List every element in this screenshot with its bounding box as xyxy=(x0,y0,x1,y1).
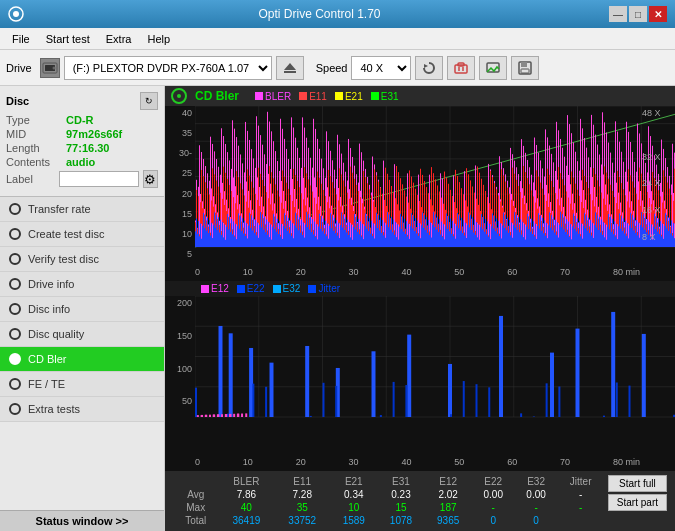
label-input[interactable] xyxy=(59,171,139,187)
chart1-header: CD Bler BLER E11 E21 E31 xyxy=(165,86,675,106)
legend-e31-dot xyxy=(371,92,379,100)
legend2-e32: E32 xyxy=(273,283,301,294)
drive-select[interactable]: (F:) PLEXTOR DVDR PX-760A 1.07 xyxy=(64,56,272,80)
svg-point-4 xyxy=(52,66,55,69)
nav-create-test-disc[interactable]: Create test disc xyxy=(0,222,164,247)
y2-50: 50 xyxy=(165,396,195,406)
nav-cd-bler-label: CD Bler xyxy=(28,353,67,365)
y1-35: 35 xyxy=(165,128,195,138)
y1r-32: 32 X xyxy=(640,152,675,162)
clear-button[interactable] xyxy=(447,56,475,80)
save-button[interactable] xyxy=(511,56,539,80)
avg-bler: 7.86 xyxy=(218,488,274,501)
legend-e21-label: E21 xyxy=(345,91,363,102)
menu-start-test[interactable]: Start test xyxy=(38,31,98,47)
status-window-label: Status window >> xyxy=(36,515,129,527)
x1-20: 20 xyxy=(296,267,306,281)
label-settings-button[interactable]: ⚙ xyxy=(143,170,158,188)
avg-label: Avg xyxy=(173,488,218,501)
svg-point-1 xyxy=(13,11,19,17)
legend-bler: BLER xyxy=(255,91,291,102)
col-jitter: Jitter xyxy=(558,475,604,488)
nav-fe-te-label: FE / TE xyxy=(28,378,65,390)
nav-create-test-disc-label: Create test disc xyxy=(28,228,104,240)
nav-disc-quality[interactable]: Disc quality xyxy=(0,322,164,347)
max-e31: 15 xyxy=(377,501,424,514)
avg-e21: 0.34 xyxy=(330,488,377,501)
legend2-e32-label: E32 xyxy=(283,283,301,294)
x2-40: 40 xyxy=(401,457,411,471)
table-row-max: Max 40 35 10 15 187 - - - xyxy=(173,501,604,514)
nav-verify-test-disc[interactable]: Verify test disc xyxy=(0,247,164,272)
minimize-button[interactable]: — xyxy=(609,6,627,22)
total-e12: 9365 xyxy=(425,514,472,527)
legend-bler-dot xyxy=(255,92,263,100)
x1-30: 30 xyxy=(349,267,359,281)
svg-rect-6 xyxy=(284,71,296,73)
legend-e31: E31 xyxy=(371,91,399,102)
refresh-button[interactable] xyxy=(415,56,443,80)
total-e31: 1078 xyxy=(377,514,424,527)
x1-40: 40 xyxy=(401,267,411,281)
mid-value: 97m26s66f xyxy=(66,128,122,140)
menu-extra[interactable]: Extra xyxy=(98,31,140,47)
avg-jitter: - xyxy=(558,488,604,501)
total-e22: 0 xyxy=(472,514,515,527)
nav-transfer-rate-label: Transfer rate xyxy=(28,203,91,215)
col-e12: E12 xyxy=(425,475,472,488)
nav-verify-test-disc-label: Verify test disc xyxy=(28,253,99,265)
avg-e11: 7.28 xyxy=(274,488,330,501)
legend-e21: E21 xyxy=(335,91,363,102)
nav-drive-info[interactable]: Drive info xyxy=(0,272,164,297)
menu-file[interactable]: File xyxy=(4,31,38,47)
nav-items: Transfer rate Create test disc Verify te… xyxy=(0,197,164,510)
content-area: CD Bler BLER E11 E21 E31 xyxy=(165,86,675,531)
legend2-e22-label: E22 xyxy=(247,283,265,294)
legend-e21-dot xyxy=(335,92,343,100)
col-bler: BLER xyxy=(218,475,274,488)
legend-e11-label: E11 xyxy=(309,91,327,102)
type-value: CD-R xyxy=(66,114,94,126)
nav-cd-bler[interactable]: CD Bler xyxy=(0,347,164,372)
max-e21: 10 xyxy=(330,501,377,514)
y1-20: 20 xyxy=(165,189,195,199)
settings-button[interactable] xyxy=(479,56,507,80)
menu-help[interactable]: Help xyxy=(139,31,178,47)
y1-30: 30- xyxy=(165,148,195,158)
legend2-e12-label: E12 xyxy=(211,283,229,294)
max-e12: 187 xyxy=(425,501,472,514)
contents-label: Contents xyxy=(6,156,66,168)
type-label: Type xyxy=(6,114,66,126)
legend2-jitter-dot xyxy=(308,285,316,293)
status-window-button[interactable]: Status window >> xyxy=(0,510,164,531)
start-full-button[interactable]: Start full xyxy=(608,475,667,492)
length-value: 77:16.30 xyxy=(66,142,109,154)
speed-select[interactable]: 40 X xyxy=(351,56,411,80)
disc-refresh-button[interactable]: ↻ xyxy=(140,92,158,110)
stats-table-area: BLER E11 E21 E31 E12 E22 E32 Jitter Avg … xyxy=(165,471,675,531)
nav-disc-info[interactable]: Disc info xyxy=(0,297,164,322)
x2-50: 50 xyxy=(454,457,464,471)
legend2-e12-dot xyxy=(201,285,209,293)
eject-button[interactable] xyxy=(276,56,304,80)
close-button[interactable]: ✕ xyxy=(649,6,667,22)
nav-fe-te[interactable]: FE / TE xyxy=(0,372,164,397)
nav-extra-tests[interactable]: Extra tests xyxy=(0,397,164,422)
table-row-avg: Avg 7.86 7.28 0.34 0.23 2.02 0.00 0.00 - xyxy=(173,488,604,501)
total-e32: 0 xyxy=(515,514,558,527)
mid-label: MID xyxy=(6,128,66,140)
start-part-button[interactable]: Start part xyxy=(608,494,667,511)
y1-15: 15 xyxy=(165,209,195,219)
y1-25: 25 xyxy=(165,168,195,178)
speed-label: Speed xyxy=(316,62,348,74)
x2-60: 60 xyxy=(507,457,517,471)
x1-50: 50 xyxy=(454,267,464,281)
svg-rect-15 xyxy=(521,69,529,73)
maximize-button[interactable]: □ xyxy=(629,6,647,22)
disc-panel: Disc ↻ Type CD-R MID 97m26s66f Length 77… xyxy=(0,86,164,197)
nav-transfer-rate[interactable]: Transfer rate xyxy=(0,197,164,222)
legend2-jitter: Jitter xyxy=(308,283,340,294)
max-jitter: - xyxy=(558,501,604,514)
legend2-e32-dot xyxy=(273,285,281,293)
legend2-jitter-label: Jitter xyxy=(318,283,340,294)
